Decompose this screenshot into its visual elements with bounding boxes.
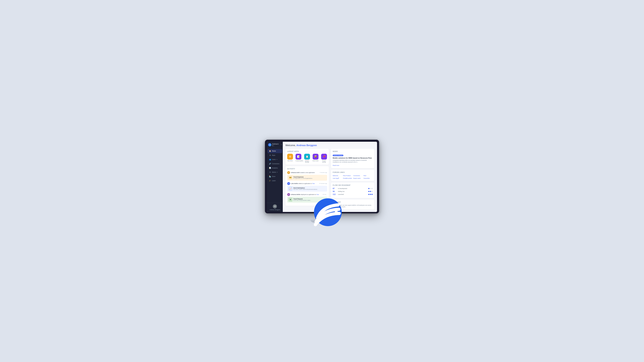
app-item-analyze-receipt[interactable]: 📋 Analyze Receipt [304, 154, 310, 163]
roadmap-row-3: 112 Launched [333, 193, 373, 195]
activity-card-info-1: Travel Expenses An application to end al… [293, 176, 313, 179]
read-more-link[interactable]: Read more [333, 165, 339, 166]
support-card: SUPPORT ...e management; our new support… [331, 200, 374, 210]
sidebar-item-home[interactable]: 🏠 Home [268, 149, 282, 153]
app-item-new-work[interactable]: ⚙ New Work [287, 154, 293, 163]
activity-link-2[interactable]: Test [312, 183, 315, 184]
store-icon: 🏪 [269, 176, 271, 178]
app-item-work-order[interactable]: 📦 Work Order [312, 154, 318, 163]
activity-card-desc-1: An application to end all applications. [293, 178, 313, 179]
app-label-work-order: Work Order [312, 160, 318, 162]
apps-grid: ⚙ New Work 📝 Create/Update... [287, 154, 327, 163]
forum-link-connectors[interactable]: Connectors [353, 175, 362, 177]
support-text: ...e management; our new support platfor… [333, 204, 373, 208]
activity-card-name-2: Stock Marketplace [293, 187, 317, 189]
news-article-desc: Companies operating within an extended n… [333, 160, 373, 163]
forum-links-grid: Welcome Flow Product Connectors Rest Aut… [333, 175, 373, 179]
welcome-section: Welcome, Andreas Berggren [286, 144, 374, 147]
news-title-label: NEWS [333, 150, 373, 152]
sidebar-footer: AB Andreas Berggren [267, 203, 283, 212]
sidebar-item-label: Apps [272, 154, 275, 156]
latest-apps-title: LATEST APPS [287, 150, 327, 152]
app-icon-new-work: ⚙ [287, 154, 293, 160]
users-icon: 👥 [269, 159, 271, 161]
sidebar-item-label: Home [272, 150, 276, 152]
forum-link-rest[interactable]: Rest [364, 175, 373, 177]
activity-avatar-2: LM [287, 182, 290, 185]
activity-item-3: JM Johanna Moller deployed an applicatio… [287, 193, 327, 203]
roadmap-row-2: 56 Rolling Out [333, 190, 373, 192]
sidebar-item-label: Learn [272, 180, 276, 182]
monitor-screen: A Andreas's C... ▾ 🏠 Home ⊞ Apps 👥 [267, 142, 377, 212]
welcome-user-name: Andreas Berggren [296, 144, 317, 147]
main-content: Welcome, Andreas Berggren LATEST APPS [283, 142, 377, 212]
sidebar-item-label: Store [272, 176, 276, 177]
forum-link-auto-logoff[interactable]: Auto logoff [333, 177, 342, 179]
latest-apps-card: LATEST APPS ⚙ New Work [286, 149, 329, 165]
forum-link-welcome[interactable]: Welcome [333, 175, 342, 177]
sidebar-item-analytics[interactable]: 📊 Analytics [268, 166, 282, 170]
activity-card: ACTIVITY JD Johanna Dohl created a new a… [286, 166, 329, 206]
dot-filled [368, 191, 370, 192]
analytics-icon: 📊 [269, 167, 271, 169]
app-icon-create-update: 📝 [296, 154, 301, 160]
roadmap-label-3: Launched [338, 194, 367, 195]
connectors-icon: 🔗 [269, 163, 271, 165]
activity-link-3[interactable]: Test [316, 194, 319, 195]
sidebar-item-store[interactable]: 🏪 Store [268, 174, 282, 179]
roadmap-num-3: 112 [333, 193, 337, 195]
roadmap-num-2: 56 [333, 190, 337, 192]
forum-card: FORUM LINKS Welcome Flow Product Connect… [331, 170, 374, 181]
welcome-prefix: Welcome, [286, 144, 296, 147]
roadmap-label-2: Rolling Out [338, 191, 367, 192]
news-article-title: Mobile solutions for WMS based on Novacu… [333, 157, 373, 159]
company-logo: A [268, 143, 271, 146]
activity-card-desc-2: Get stock market values and personal adv… [293, 189, 317, 190]
activity-card-info-3: Travel Request A rich and comprehensive … [293, 198, 311, 201]
forum-link-favourites[interactable]: Favourites [364, 177, 373, 179]
app-label-project-activity: Project Activity [321, 160, 327, 163]
company-name: Andreas's C... [272, 143, 280, 146]
app-item-create-update[interactable]: 📝 Create/Update... [295, 154, 302, 163]
activity-user-3: Johanna Moller deployed an application t… [291, 194, 322, 195]
sidebar-item-admin[interactable]: ⚙ Admin ▾ [268, 170, 282, 174]
apps-icon: ⊞ [269, 154, 271, 156]
dot-empty [372, 191, 373, 192]
activity-time-3: 20 min... [322, 194, 327, 195]
news-card: NEWS Industry Guidebook Mobile solutions… [331, 149, 374, 168]
dot-filled [368, 188, 370, 189]
forum-link-export-users[interactable]: Export users [353, 177, 362, 179]
forum-link-flow-product[interactable]: Flow Product [343, 175, 352, 177]
support-title: SUPPORT [333, 201, 373, 203]
app-item-project-activity[interactable]: 📌 Project Activity [321, 154, 327, 163]
activity-avatar-3: JM [287, 193, 290, 196]
dot-filled [368, 194, 370, 195]
monitor-stand-neck [318, 213, 326, 219]
avatar: AB [273, 204, 277, 208]
app-label-create-update: Create/Update... [295, 160, 302, 162]
company-header[interactable]: A Andreas's C... ▾ [267, 142, 283, 148]
monitor-stand [310, 213, 334, 222]
admin-icon: ⚙ [269, 171, 271, 173]
app-label-new-work: New Work [288, 160, 293, 162]
dot-filled [370, 191, 371, 192]
stock-marketplace-icon: 📈 [288, 187, 292, 191]
app-icon-project-activity: 📌 [321, 154, 327, 160]
sidebar-item-apps[interactable]: ⊞ Apps [268, 153, 282, 157]
user-name: Andreas Berggren [270, 209, 280, 210]
activity-item-1: JD Johanna Dohl created a new applicatio… [287, 171, 327, 181]
activity-user-1: Johanna Dohl created a new application [291, 172, 319, 173]
activity-card-desc-3: A rich and comprehensive catalo... [293, 200, 311, 201]
home-icon: 🏠 [269, 150, 271, 152]
activity-card-3: ✈ Travel Request A rich and comprehensiv… [287, 197, 327, 203]
learn-icon: 🎓 [269, 180, 271, 182]
sidebar-item-connectors[interactable]: 🔗 Connectors [268, 162, 282, 166]
forum-link-portable-printer[interactable]: Portable printer [343, 177, 352, 179]
activity-card-info-2: Stock Marketplace Get stock market value… [293, 187, 317, 190]
sidebar-item-learn[interactable]: 🎓 Learn [268, 179, 282, 183]
monitor-stand-base [310, 219, 334, 222]
sidebar-item-users[interactable]: 👥 Users ▾ [268, 158, 282, 162]
roadmap-num-1: 87 [333, 188, 337, 190]
right-column: NEWS Industry Guidebook Mobile solutions… [331, 149, 374, 210]
activity-item-2: LM Luke Mollin edited an application in … [287, 182, 327, 192]
